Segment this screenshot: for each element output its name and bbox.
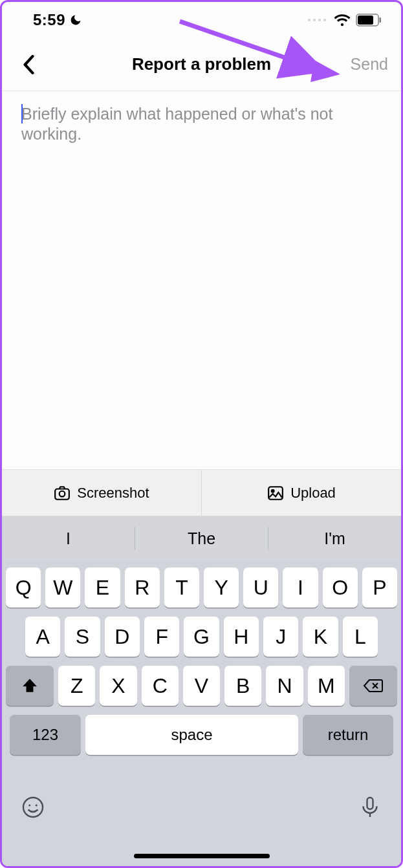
back-button[interactable] <box>15 51 42 78</box>
key-x[interactable]: X <box>100 666 136 706</box>
key-d[interactable]: D <box>105 617 140 657</box>
suggestion-1[interactable]: I <box>2 529 135 548</box>
camera-icon <box>54 485 71 502</box>
backspace-key[interactable] <box>349 666 397 706</box>
key-i[interactable]: I <box>283 567 318 608</box>
key-v[interactable]: V <box>183 666 220 706</box>
keyboard-bottom-bar <box>2 757 401 867</box>
svg-point-7 <box>272 489 274 492</box>
svg-point-8 <box>23 798 43 817</box>
home-indicator[interactable] <box>134 854 270 858</box>
status-right <box>308 13 382 27</box>
key-row-2: A S D F G H J K L <box>6 617 397 657</box>
key-w[interactable]: W <box>45 567 80 608</box>
wifi-icon <box>334 13 351 27</box>
key-a[interactable]: A <box>25 617 60 657</box>
key-u[interactable]: U <box>243 567 278 608</box>
text-cursor <box>21 104 23 123</box>
dictation-button[interactable] <box>358 796 382 819</box>
key-l[interactable]: L <box>343 617 378 657</box>
status-time-area: 5:59 <box>33 11 82 29</box>
key-c[interactable]: C <box>142 666 179 706</box>
header: Report a problem Send <box>2 38 401 91</box>
shift-icon <box>21 677 38 694</box>
chevron-left-icon <box>22 55 35 74</box>
screenshot-button[interactable]: Screenshot <box>2 470 202 516</box>
attachment-bar: Screenshot Upload <box>2 469 401 516</box>
emoji-button[interactable] <box>21 796 45 819</box>
status-bar: 5:59 <box>2 2 401 38</box>
battery-icon <box>356 14 382 26</box>
key-p[interactable]: P <box>362 567 397 608</box>
upload-label: Upload <box>290 485 336 502</box>
svg-point-9 <box>28 804 30 806</box>
key-m[interactable]: M <box>308 666 345 706</box>
upload-button[interactable]: Upload <box>202 470 401 516</box>
numbers-key[interactable]: 123 <box>10 715 81 755</box>
keyboard: I The I'm Q W E R T Y U I O P A S D F G … <box>2 516 401 867</box>
svg-point-10 <box>36 804 38 806</box>
backspace-icon <box>363 678 384 693</box>
key-rows: Q W E R T Y U I O P A S D F G H J K L <box>2 561 401 757</box>
key-row-4: 123 space return <box>6 715 397 755</box>
svg-rect-1 <box>358 16 373 25</box>
problem-input[interactable]: Briefly explain what happened or what's … <box>2 91 401 469</box>
key-row-3: Z X C V B N M <box>6 666 397 706</box>
status-time: 5:59 <box>33 11 65 29</box>
cellular-dots-icon <box>308 19 326 21</box>
key-z[interactable]: Z <box>58 666 95 706</box>
svg-rect-2 <box>380 17 382 23</box>
key-n[interactable]: N <box>266 666 303 706</box>
key-g[interactable]: G <box>184 617 219 657</box>
dnd-moon-icon <box>69 14 82 26</box>
key-f[interactable]: F <box>144 617 179 657</box>
key-o[interactable]: O <box>323 567 358 608</box>
key-q[interactable]: Q <box>6 567 41 608</box>
placeholder-text: Briefly explain what happened or what's … <box>21 104 382 145</box>
key-h[interactable]: H <box>224 617 259 657</box>
image-icon <box>267 485 284 502</box>
space-key[interactable]: space <box>85 715 298 755</box>
shift-key[interactable] <box>6 666 54 706</box>
send-button[interactable]: Send <box>351 55 388 74</box>
page-title: Report a problem <box>132 54 271 74</box>
key-j[interactable]: J <box>263 617 298 657</box>
svg-point-5 <box>60 491 65 496</box>
key-b[interactable]: B <box>224 666 261 706</box>
key-y[interactable]: Y <box>204 567 239 608</box>
key-t[interactable]: T <box>164 567 199 608</box>
suggestion-2[interactable]: The <box>135 529 268 548</box>
suggestion-3[interactable]: I'm <box>268 529 401 548</box>
key-k[interactable]: K <box>303 617 338 657</box>
key-e[interactable]: E <box>85 567 120 608</box>
key-r[interactable]: R <box>125 567 160 608</box>
return-key[interactable]: return <box>303 715 393 755</box>
key-row-1: Q W E R T Y U I O P <box>6 567 397 608</box>
screenshot-label: Screenshot <box>77 485 149 502</box>
key-s[interactable]: S <box>65 617 100 657</box>
suggestion-bar: I The I'm <box>2 516 401 561</box>
svg-rect-11 <box>367 798 373 809</box>
